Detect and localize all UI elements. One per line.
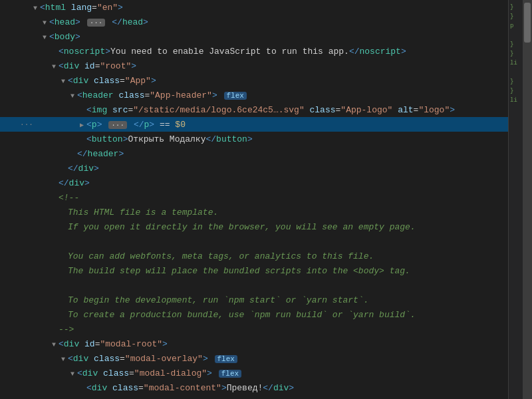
- line-html: <div class="modal-overlay"> flex: [68, 354, 239, 364]
- code-line: ▼To create a production bundle, use `npm…: [0, 307, 508, 322]
- code-line: ▼<img src="/static/media/logo.6ce24c5….s…: [0, 102, 508, 117]
- line-html: <!--: [59, 193, 79, 203]
- code-line: <div class="App">: [0, 73, 508, 88]
- line-content: ▼If you open it directly in the browser,…: [33, 222, 508, 232]
- code-line: ▼</div>: [0, 176, 508, 190]
- line-content: ▼<button>Открыть Модалку</button>: [33, 134, 508, 144]
- code-line: <html lang="en">: [0, 0, 508, 15]
- line-content: <div class="modal-overlay"> flex: [33, 354, 508, 364]
- line-html: <div class="modal-content">Превед!</div>: [86, 383, 294, 393]
- lines-container: <html lang="en"><head> ··· </head><body>…: [0, 0, 508, 399]
- scrollbar-thumb[interactable]: [524, 3, 531, 43]
- line-content: ▼<div class="modal-content">Превед!</div…: [33, 383, 508, 393]
- line-content: ▼: [33, 237, 508, 247]
- line-content: <div class="modal-dialog"> flex: [33, 368, 508, 378]
- line-html: <head> ··· </head>: [49, 17, 148, 27]
- code-line: <div id="root">: [0, 59, 508, 73]
- line-html: <div id="modal-root">: [59, 339, 168, 349]
- expand-triangle[interactable]: [70, 92, 77, 100]
- line-settings-btn[interactable]: ···: [20, 120, 33, 128]
- code-line: ▼</div>: [0, 161, 508, 176]
- code-line: <header class="App-header"> flex: [0, 88, 508, 102]
- right-panel-code: } } p } } li } } li: [509, 1, 523, 106]
- line-html: </header>: [77, 149, 124, 159]
- line-content: ▼<img src="/static/media/logo.6ce24c5….s…: [33, 105, 508, 115]
- line-content: <div class="App">: [33, 76, 508, 86]
- line-html: <div id="root">: [59, 61, 136, 71]
- line-content: ▼To create a production bundle, use `npm…: [33, 310, 508, 320]
- line-html: <html lang="en">: [40, 3, 123, 13]
- code-line: ▼<button>Открыть Модалку</button>: [0, 132, 508, 146]
- code-line: <div class="modal-dialog"> flex: [0, 366, 508, 380]
- line-html: <body>: [49, 32, 80, 42]
- line-content: <header class="App-header"> flex: [33, 90, 508, 100]
- code-line: ▼The build step will place the bundled s…: [0, 263, 508, 278]
- code-line: ▼To begin the development, run `npm star…: [0, 293, 508, 307]
- line-content: ▼</div>: [33, 178, 508, 188]
- line-content: ▼</header>: [33, 149, 508, 159]
- code-line: <div class="modal-overlay"> flex: [0, 351, 508, 366]
- code-line: ▼-->: [0, 322, 508, 336]
- expand-triangle[interactable]: [43, 19, 49, 27]
- code-line: ▼<div class="modal-content">Превед!</div…: [0, 380, 508, 395]
- right-panel: } } p } } li } } li: [508, 0, 523, 399]
- code-line: ▼This HTML file is a template.: [0, 205, 508, 219]
- line-content: <head> ··· </head>: [33, 17, 508, 27]
- vertical-scrollbar[interactable]: [523, 0, 532, 399]
- code-line: ▼<noscript>You need to enable JavaScript…: [0, 44, 508, 59]
- expand-triangle[interactable]: [61, 78, 68, 85]
- expand-triangle[interactable]: [33, 5, 40, 12]
- code-line: ···<p> ··· </p> == $0: [0, 117, 508, 132]
- line-content: <div id="modal-root">: [33, 339, 508, 349]
- expand-triangle[interactable]: [43, 34, 49, 41]
- line-content: ▼<noscript>You need to enable JavaScript…: [33, 47, 508, 57]
- line-html: <noscript>You need to enable JavaScript …: [59, 47, 406, 57]
- line-html: -->: [59, 325, 74, 334]
- line-html: The build step will place the bundled sc…: [68, 266, 410, 276]
- code-line: <div class="modal-actions"> ··· </div>: [0, 395, 508, 399]
- line-content: ▼You can add webfonts, meta tags, or ana…: [33, 251, 508, 261]
- line-html: You can add webfonts, meta tags, or anal…: [68, 251, 374, 261]
- line-content: <body>: [33, 32, 508, 42]
- code-line: ▼<!--: [0, 190, 508, 205]
- line-html: This HTML file is a template.: [68, 207, 218, 217]
- line-content: ▼</div>: [33, 164, 508, 174]
- breakpoint-area: ···: [20, 120, 33, 128]
- line-html: <header class="App-header"> flex: [77, 90, 248, 100]
- expand-triangle[interactable]: [52, 341, 59, 348]
- line-content: <html lang="en">: [33, 3, 508, 13]
- line-html: <p> ··· </p> == $0: [86, 120, 186, 130]
- line-html: <button>Открыть Модалку</button>: [86, 134, 253, 144]
- line-html: <img src="/static/media/logo.6ce24c5….sv…: [86, 105, 455, 115]
- line-html: <div class="modal-dialog"> flex: [77, 368, 243, 378]
- code-line: ▼: [0, 278, 508, 293]
- line-content: ▼-->: [33, 325, 508, 334]
- line-html: To begin the development, run `npm start…: [68, 295, 368, 305]
- line-content: <div id="root">: [33, 61, 508, 71]
- code-line: ▼</header>: [0, 146, 508, 161]
- line-content: ▼To begin the development, run `npm star…: [33, 295, 508, 305]
- code-line: <div id="modal-root">: [0, 336, 508, 351]
- expand-triangle[interactable]: [80, 121, 86, 129]
- line-html: <div class="App">: [68, 76, 156, 86]
- code-line: ▼You can add webfonts, meta tags, or ana…: [0, 249, 508, 263]
- code-line: ▼: [0, 234, 508, 249]
- line-html: To create a production bundle, use `npm …: [68, 310, 416, 320]
- line-content: ▼<!--: [33, 193, 508, 203]
- line-content: ▼: [33, 281, 508, 291]
- expand-triangle[interactable]: [70, 370, 77, 378]
- line-html: </div>: [68, 164, 99, 174]
- code-line: <body>: [0, 29, 508, 44]
- expand-triangle[interactable]: [52, 63, 59, 70]
- line-html: If you open it directly in the browser, …: [68, 222, 416, 232]
- line-content: <p> ··· </p> == $0: [33, 120, 508, 130]
- code-line: <head> ··· </head>: [0, 15, 508, 29]
- line-html: </div>: [59, 178, 90, 188]
- line-content: ▼The build step will place the bundled s…: [33, 266, 508, 276]
- code-editor: <html lang="en"><head> ··· </head><body>…: [0, 0, 508, 399]
- code-line: ▼If you open it directly in the browser,…: [0, 219, 508, 234]
- expand-triangle[interactable]: [61, 356, 68, 363]
- line-content: ▼This HTML file is a template.: [33, 207, 508, 217]
